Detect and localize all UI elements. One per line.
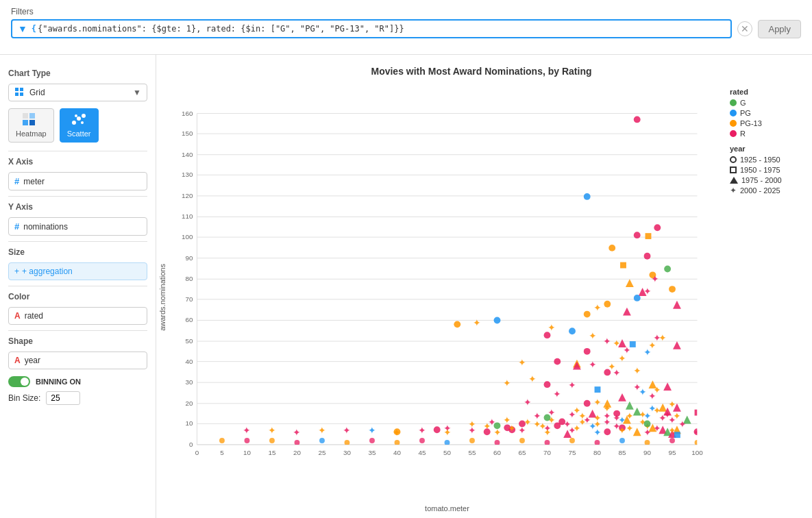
svg-rect-78	[620, 262, 626, 269]
svg-text:140: 140	[182, 151, 193, 158]
svg-text:✦: ✦	[293, 427, 301, 438]
chart-type-label: Chart Type	[8, 69, 147, 78]
svg-text:✦: ✦	[503, 378, 511, 388]
svg-text:70: 70	[543, 449, 551, 456]
svg-point-11	[75, 114, 77, 117]
scatter-plot-svg: 0 10 20 30 40 50 60 70 80	[170, 82, 724, 503]
svg-rect-0	[15, 88, 19, 91]
svg-text:130: 130	[182, 171, 193, 178]
svg-point-248	[695, 440, 700, 445]
svg-text:0: 0	[195, 449, 199, 456]
svg-text:90: 90	[186, 254, 193, 262]
svg-marker-134	[626, 402, 634, 410]
svg-point-84	[669, 286, 676, 293]
svg-marker-128	[618, 393, 626, 402]
svg-point-238	[445, 440, 450, 445]
bin-size-input[interactable]	[46, 391, 80, 405]
svg-text:80: 80	[186, 275, 193, 282]
y-axis-label: Y Axis	[8, 202, 147, 212]
color-label: Color	[8, 292, 147, 301]
svg-text:✦: ✦	[393, 427, 401, 438]
svg-text:50: 50	[443, 449, 451, 456]
svg-point-107	[584, 348, 591, 355]
svg-marker-121	[663, 382, 672, 391]
bin-size-label: Bin Size:	[8, 393, 40, 403]
sidebar: Chart Type Grid ▼	[0, 55, 156, 518]
svg-marker-89	[623, 308, 631, 316]
heatmap-icon	[23, 113, 39, 127]
svg-text:✦: ✦	[659, 412, 667, 423]
svg-text:150: 150	[182, 130, 193, 137]
svg-text:✦: ✦	[613, 338, 621, 349]
svg-text:0: 0	[189, 441, 193, 448]
svg-point-246	[645, 440, 650, 445]
svg-text:✦: ✦	[643, 427, 652, 438]
y-axis-chart-label: awards.nominations	[158, 264, 167, 331]
shape-field[interactable]: A year	[8, 352, 147, 369]
svg-text:✦: ✦	[618, 353, 626, 364]
svg-point-251	[644, 420, 651, 427]
y-axis-field[interactable]: # nominations	[8, 217, 147, 236]
legend-1975-label: 1975 - 2000	[741, 176, 782, 184]
color-field[interactable]: A rated	[8, 307, 147, 325]
svg-text:100: 100	[182, 233, 193, 241]
chart-type-dropdown[interactable]: Grid ▼	[8, 84, 147, 101]
heatmap-button[interactable]: Heatmap	[8, 108, 54, 143]
svg-text:100: 100	[691, 449, 703, 456]
svg-text:15: 15	[268, 449, 275, 456]
chart-type-selected-label: Grid	[29, 88, 45, 97]
svg-text:60: 60	[493, 449, 501, 456]
svg-point-241	[519, 438, 525, 443]
svg-point-190	[434, 426, 441, 433]
legend-item-r: R	[730, 130, 807, 138]
svg-point-234	[345, 440, 350, 445]
filter-clear-button[interactable]: ✕	[737, 21, 752, 36]
scatter-button[interactable]: Scatter	[60, 108, 99, 143]
svg-text:✦: ✦	[603, 336, 611, 347]
legend-item-2000: ✦ 2000 - 2025	[730, 186, 807, 195]
svg-text:20: 20	[186, 399, 193, 407]
svg-point-247	[669, 438, 675, 443]
chart-title: Movies with Most Award Nominations, by R…	[371, 66, 591, 77]
svg-text:✦: ✦	[653, 423, 661, 434]
svg-text:120: 120	[182, 192, 193, 199]
star-legend-icon: ✦	[730, 186, 737, 195]
apply-button[interactable]: Apply	[758, 20, 801, 38]
svg-point-175	[554, 422, 561, 429]
legend-1950-label: 1950 - 1975	[740, 166, 780, 174]
svg-point-12	[81, 121, 84, 124]
size-aggregation-button[interactable]: + + aggregation	[8, 262, 147, 280]
legend-item-pg: PG	[730, 109, 807, 117]
svg-text:✦: ✦	[468, 425, 476, 436]
svg-point-123	[544, 381, 551, 388]
x-axis-label: X Axis	[8, 157, 147, 166]
svg-text:✦: ✦	[593, 302, 602, 313]
svg-text:65: 65	[519, 449, 526, 456]
svg-text:40: 40	[393, 449, 401, 456]
svg-text:✦: ✦	[668, 399, 676, 410]
svg-point-95	[569, 328, 576, 334]
svg-marker-87	[673, 301, 681, 309]
legend-item-pg13: PG-13	[730, 119, 807, 127]
svg-text:✦: ✦	[368, 425, 376, 436]
binning-toggle[interactable]	[8, 376, 30, 387]
shape-label: Shape	[8, 336, 147, 346]
svg-text:✦: ✦	[603, 417, 611, 428]
svg-text:85: 85	[619, 449, 626, 456]
svg-text:✦: ✦	[589, 359, 597, 370]
svg-text:✦: ✦	[618, 425, 626, 436]
svg-text:30: 30	[343, 449, 351, 456]
filter-text[interactable]: {"awards.nominations": {$gte: 1}, rated:…	[38, 24, 725, 34]
svg-text:✦: ✦	[659, 332, 667, 343]
svg-text:✦: ✦	[553, 388, 561, 399]
svg-text:✦: ✦	[593, 427, 602, 438]
svg-text:✦: ✦	[648, 391, 656, 402]
svg-rect-143	[695, 410, 701, 416]
chart-area: Movies with Most Award Nominations, by R…	[156, 55, 812, 518]
x-axis-field[interactable]: # meter	[8, 172, 147, 190]
svg-text:30: 30	[186, 378, 193, 386]
filter-label: Filters	[11, 7, 801, 16]
svg-text:✦: ✦	[543, 427, 552, 438]
svg-text:✦: ✦	[633, 365, 641, 376]
color-value: rated	[25, 311, 43, 321]
